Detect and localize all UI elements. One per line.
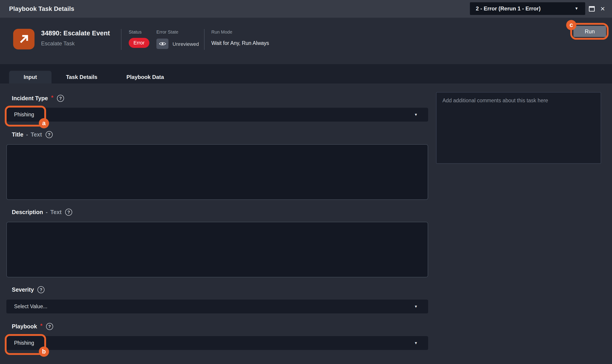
run-history-select[interactable]: 2 - Error (Rerun 1 - Error) ▼ [470, 2, 585, 15]
close-icon: ✕ [600, 6, 605, 12]
field-type: Text [50, 209, 62, 215]
review-toggle-button[interactable] [156, 39, 168, 49]
status-label: Status [129, 29, 142, 35]
description-input[interactable] [6, 222, 428, 277]
tab-strip: Input Task Details Playbook Data [0, 64, 612, 83]
help-icon[interactable]: ? [38, 286, 44, 293]
incident-type-value: Phishing [14, 112, 34, 118]
run-history-selected-value: 2 - Error (Rerun 1 - Error) [476, 5, 541, 12]
chevron-down-icon: ▼ [414, 305, 418, 309]
playbook-value: Phishing [14, 340, 34, 346]
escalate-task-icon [13, 29, 35, 50]
header-divider [121, 29, 122, 50]
tab-input[interactable]: Input [9, 71, 52, 83]
title-label: Title - Text ? [12, 131, 53, 138]
help-icon[interactable]: ? [65, 209, 72, 216]
maximize-icon [589, 6, 595, 12]
chevron-down-icon: ▼ [414, 341, 418, 345]
run-mode-label: Run Mode [211, 29, 232, 35]
error-state-label: Error State [156, 29, 178, 35]
severity-value: Select Value... [14, 303, 47, 310]
help-icon[interactable]: ? [46, 131, 53, 138]
incident-type-label: Incident Type* ? [12, 95, 64, 102]
help-icon[interactable]: ? [57, 95, 64, 102]
severity-label: Severity ? [12, 286, 44, 293]
chevron-down-icon: ▼ [574, 6, 578, 11]
severity-select[interactable]: Select Value... ▼ [6, 299, 428, 313]
required-marker: * [40, 323, 42, 329]
header-divider [204, 29, 204, 50]
description-label: Description - Text ? [12, 209, 72, 216]
field-type: Text [31, 131, 42, 138]
run-button[interactable]: Run [573, 26, 606, 37]
title-bar: Playbook Task Details 2 - Error (Rerun 1… [0, 0, 612, 18]
escalate-arrow-icon [18, 33, 30, 45]
help-icon[interactable]: ? [46, 323, 53, 330]
playbook-select[interactable]: Phishing ▼ [6, 336, 428, 350]
close-button[interactable]: ✕ [598, 0, 608, 18]
tab-task-details[interactable]: Task Details [52, 71, 112, 83]
tab-playbook-data[interactable]: Playbook Data [112, 71, 178, 83]
task-title: 34890: Escalate Event [41, 29, 110, 37]
task-comment-input[interactable] [436, 92, 601, 164]
error-state-value: Unreviewed [173, 41, 199, 47]
required-marker: * [51, 94, 53, 101]
task-subtitle: Escalate Task [41, 40, 75, 47]
playbook-task-details-dialog: Playbook Task Details 2 - Error (Rerun 1… [0, 0, 612, 364]
dialog-title: Playbook Task Details [9, 0, 74, 18]
playbook-label: Playbook* ? [12, 323, 53, 330]
status-badge: Error [129, 38, 149, 48]
incident-type-select[interactable]: Phishing ▼ [6, 108, 428, 122]
eye-icon [159, 41, 166, 47]
title-input[interactable] [6, 144, 428, 200]
run-mode-value: Wait for Any, Run Always [211, 40, 269, 46]
maximize-button[interactable] [587, 0, 597, 18]
chevron-down-icon: ▼ [414, 113, 418, 117]
